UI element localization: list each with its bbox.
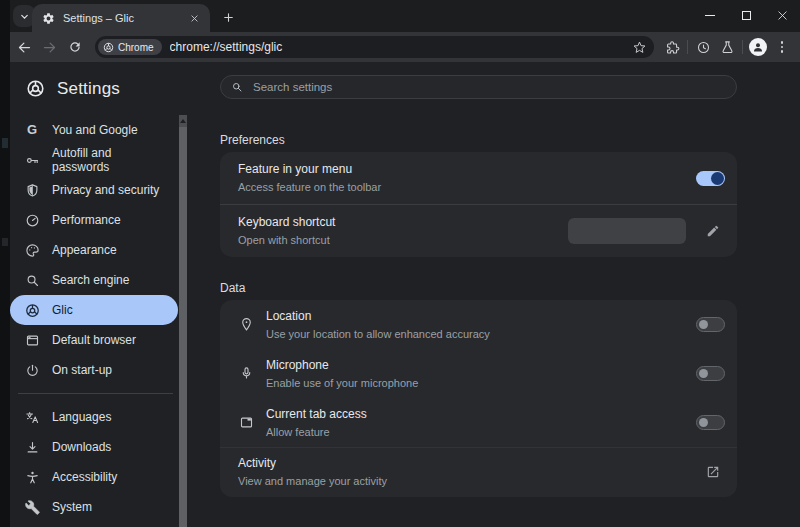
new-tab-button[interactable]: [216, 5, 240, 29]
scrollbar-up-button[interactable]: [179, 115, 187, 127]
speedometer-icon: [24, 212, 40, 228]
row-title: Current tab access: [266, 407, 696, 422]
forward-button[interactable]: [37, 35, 62, 59]
extensions-button[interactable]: [660, 35, 684, 59]
labs-button[interactable]: [715, 35, 739, 59]
chrome-window: Settings – Glic: [10, 0, 800, 527]
sidebar-item-label: Glic: [52, 303, 73, 317]
row-subtitle: Allow feature: [266, 425, 696, 439]
power-icon: [24, 362, 40, 378]
toolbar-separator: [742, 40, 743, 54]
search-input[interactable]: [251, 80, 726, 94]
sidebar-item-appearance[interactable]: Appearance: [10, 235, 178, 265]
sidebar-item-label: Downloads: [52, 440, 111, 454]
browser-window-icon: [24, 332, 40, 348]
toggle-knob: [699, 320, 708, 329]
settings-content: Preferences Feature in your menu Access …: [187, 62, 800, 527]
row-activity[interactable]: Activity View and manage your activity: [220, 447, 737, 496]
toolbar-separator: [687, 40, 688, 54]
star-icon: [633, 41, 646, 54]
row-feature-in-menu: Feature in your menu Access feature on t…: [220, 152, 737, 204]
sidebar-item-default-browser[interactable]: Default browser: [10, 325, 178, 355]
translate-icon: [24, 409, 40, 425]
sidebar-item-label: Search engine: [52, 273, 129, 287]
bookmark-star-button[interactable]: [633, 41, 646, 54]
row-title: Keyboard shortcut: [238, 215, 568, 230]
current-tab-toggle[interactable]: [696, 415, 725, 430]
url-text[interactable]: chrome://settings/glic: [170, 40, 627, 54]
activity-external-link-button[interactable]: [701, 460, 725, 484]
browser-menu-button[interactable]: [770, 35, 794, 59]
sidebar-item-downloads[interactable]: Downloads: [10, 432, 178, 462]
maximize-icon: [742, 11, 751, 20]
sidebar-item-accessibility[interactable]: Accessibility: [10, 462, 178, 492]
address-bar[interactable]: Chrome chrome://settings/glic: [95, 36, 654, 58]
sidebar-item-system[interactable]: System: [10, 492, 178, 522]
labs-beaker-icon: [720, 40, 735, 55]
sidebar-item-languages[interactable]: Languages: [10, 402, 178, 432]
microphone-toggle[interactable]: [696, 366, 725, 381]
google-g-icon: G: [24, 122, 40, 138]
sidebar-item-autofill[interactable]: Autofill and passwords: [10, 145, 178, 175]
location-toggle[interactable]: [696, 317, 725, 332]
data-card: Location Use your location to allow enha…: [220, 300, 737, 497]
edit-shortcut-button[interactable]: [701, 219, 725, 243]
sidebar-item-performance[interactable]: Performance: [10, 205, 178, 235]
sidebar-item-search-engine[interactable]: Search engine: [10, 265, 178, 295]
sidebar-item-on-startup[interactable]: On start-up: [10, 355, 178, 385]
microphone-icon: [238, 366, 254, 382]
row-title: Feature in your menu: [238, 162, 696, 177]
sidebar-item-label: Autofill and passwords: [52, 146, 170, 174]
scrollbar-thumb[interactable]: [179, 127, 187, 527]
accessibility-person-icon: [24, 469, 40, 485]
row-title: Microphone: [266, 358, 696, 373]
row-subtitle: Open with shortcut: [238, 233, 568, 247]
sidebar-scrollbar[interactable]: [179, 115, 187, 527]
close-window-button[interactable]: [764, 0, 800, 30]
forward-icon: [42, 40, 57, 55]
sidebar-item-label: Performance: [52, 213, 121, 227]
chrome-logo-icon: [103, 42, 114, 53]
sidebar-item-glic[interactable]: Glic: [10, 295, 178, 325]
maximize-button[interactable]: [728, 0, 764, 30]
sidebar-item-label: You and Google: [52, 123, 138, 137]
sidebar-item-label: Accessibility: [52, 470, 117, 484]
minimize-button[interactable]: [692, 0, 728, 30]
row-title: Location: [266, 309, 696, 324]
shield-icon: [24, 182, 40, 198]
keyboard-shortcut-input[interactable]: [568, 218, 686, 244]
chevron-down-icon: [19, 11, 30, 22]
tab-strip: Settings – Glic: [10, 0, 800, 32]
kebab-menu-icon: [781, 41, 784, 53]
chrome-page-chip[interactable]: Chrome: [98, 39, 162, 55]
sidebar-item-label: Languages: [52, 410, 111, 424]
settings-search[interactable]: [220, 75, 737, 99]
back-button[interactable]: [12, 35, 37, 59]
sidebar-item-label: Privacy and security: [52, 183, 159, 197]
gear-icon: [42, 12, 55, 25]
toggle-knob: [711, 172, 724, 185]
toggle-knob: [699, 418, 708, 427]
browser-toolbar: Chrome chrome://settings/glic: [10, 32, 800, 62]
tab-close-button[interactable]: [186, 10, 202, 26]
browser-tab-icon: [238, 415, 254, 431]
tab-settings-glic[interactable]: Settings – Glic: [32, 4, 210, 32]
toolbar-action-icons: [660, 35, 794, 59]
tab-title: Settings – Glic: [63, 12, 134, 24]
row-current-tab-access: Current tab access Allow feature: [220, 398, 737, 447]
reload-button[interactable]: [62, 35, 87, 59]
history-button[interactable]: [691, 35, 715, 59]
sidebar-item-privacy[interactable]: Privacy and security: [10, 175, 178, 205]
profile-button[interactable]: [746, 35, 770, 59]
feature-in-menu-toggle[interactable]: [696, 171, 725, 186]
person-icon: [752, 41, 764, 53]
preferences-card: Feature in your menu Access feature on t…: [220, 152, 737, 257]
close-icon: [777, 10, 788, 21]
sidebar-item-you-and-google[interactable]: G You and Google: [10, 115, 178, 145]
wrench-icon: [24, 499, 40, 515]
chrome-logo-icon: [24, 302, 40, 318]
sidebar-item-label: Default browser: [52, 333, 136, 347]
row-subtitle: Use your location to allow enhanced accu…: [266, 327, 696, 341]
magnifier-icon: [231, 81, 243, 93]
row-subtitle: View and manage your activity: [238, 474, 701, 488]
